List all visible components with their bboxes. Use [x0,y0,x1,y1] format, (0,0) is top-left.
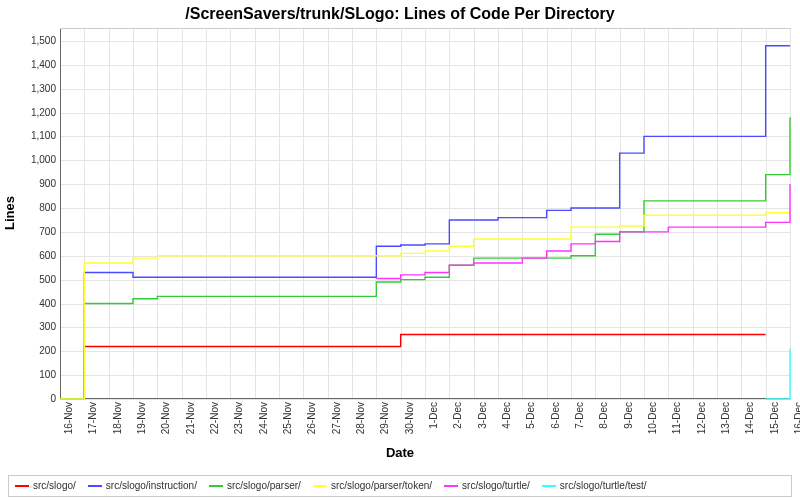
series-line [60,117,790,399]
y-tick-label: 300 [16,321,56,332]
gridline-h [60,399,790,400]
series-line [766,349,790,399]
x-tick-label: 4-Dec [501,402,512,429]
legend-item: src/slogo/turtle/test/ [542,479,647,493]
x-tick-label: 10-Dec [647,402,658,434]
y-tick-label: 400 [16,297,56,308]
y-axis-label: Lines [2,196,17,230]
y-tick-label: 900 [16,178,56,189]
y-tick-label: 200 [16,345,56,356]
legend-item: src/slogo/ [15,479,76,493]
x-tick-label: 18-Nov [112,402,123,434]
legend-label: src/slogo/turtle/ [462,479,530,493]
series-line [376,184,790,278]
chart-container: /ScreenSavers/trunk/SLogo: Lines of Code… [0,0,800,500]
legend-label: src/slogo/parser/token/ [331,479,432,493]
legend-label: src/slogo/parser/ [227,479,301,493]
x-tick-label: 13-Dec [720,402,731,434]
y-tick-label: 1,000 [16,154,56,165]
x-axis-label: Date [0,445,800,460]
y-tick-label: 600 [16,249,56,260]
x-tick-label: 15-Dec [769,402,780,434]
legend-swatch [209,485,223,487]
x-tick-label: 16-Nov [63,402,74,434]
legend: src/slogo/src/slogo/instruction/src/slog… [8,475,792,497]
legend-item: src/slogo/parser/ [209,479,301,493]
x-tick-label: 12-Dec [696,402,707,434]
x-tick-label: 11-Dec [671,402,682,434]
x-tick-label: 17-Nov [87,402,98,434]
x-tick-label: 29-Nov [379,402,390,434]
y-tick-label: 1,400 [16,58,56,69]
legend-label: src/slogo/ [33,479,76,493]
y-tick-label: 1,200 [16,106,56,117]
legend-label: src/slogo/turtle/test/ [560,479,647,493]
y-tick-label: 700 [16,225,56,236]
x-tick-label: 14-Dec [744,402,755,434]
chart-title: /ScreenSavers/trunk/SLogo: Lines of Code… [0,5,800,23]
x-tick-label: 24-Nov [258,402,269,434]
plot-area [60,28,791,399]
legend-item: src/slogo/instruction/ [88,479,197,493]
y-tick-label: 1,300 [16,82,56,93]
x-tick-label: 23-Nov [233,402,244,434]
x-tick-label: 28-Nov [355,402,366,434]
chart-lines [60,29,790,399]
series-line [60,335,766,399]
x-tick-label: 22-Nov [209,402,220,434]
x-tick-label: 26-Nov [306,402,317,434]
legend-label: src/slogo/instruction/ [106,479,197,493]
legend-swatch [88,485,102,487]
series-line [60,213,790,399]
legend-swatch [542,485,556,487]
legend-swatch [444,485,458,487]
y-tick-label: 100 [16,369,56,380]
x-tick-label: 16-Dec [793,402,800,434]
x-tick-label: 21-Nov [185,402,196,434]
x-tick-label: 3-Dec [477,402,488,429]
x-tick-label: 20-Nov [160,402,171,434]
legend-item: src/slogo/parser/token/ [313,479,432,493]
y-tick-label: 1,500 [16,34,56,45]
legend-swatch [15,485,29,487]
x-tick-label: 25-Nov [282,402,293,434]
legend-swatch [313,485,327,487]
x-tick-label: 2-Dec [452,402,463,429]
x-tick-label: 6-Dec [550,402,561,429]
x-tick-label: 30-Nov [404,402,415,434]
y-tick-label: 800 [16,202,56,213]
legend-item: src/slogo/turtle/ [444,479,530,493]
x-tick-label: 9-Dec [623,402,634,429]
x-tick-label: 5-Dec [525,402,536,429]
y-tick-label: 0 [16,393,56,404]
x-tick-label: 27-Nov [331,402,342,434]
x-tick-label: 1-Dec [428,402,439,429]
x-tick-label: 8-Dec [598,402,609,429]
x-tick-label: 19-Nov [136,402,147,434]
y-tick-label: 500 [16,273,56,284]
x-tick-label: 7-Dec [574,402,585,429]
y-tick-label: 1,100 [16,130,56,141]
